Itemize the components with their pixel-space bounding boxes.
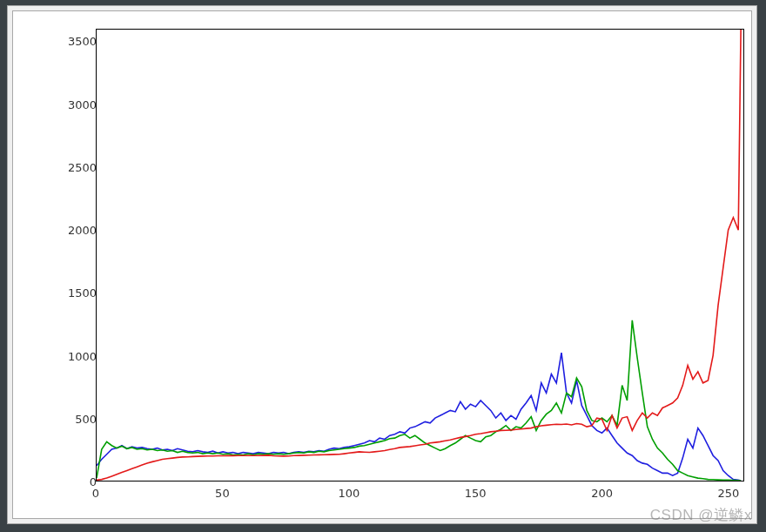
chart-lines xyxy=(97,30,743,481)
xtick-150: 150 xyxy=(465,487,487,500)
ytick-3500: 3500 xyxy=(44,35,97,48)
figure-canvas: 0 500 1000 1500 2000 2500 3000 3500 0 50… xyxy=(12,10,752,519)
window-frame: 0 500 1000 1500 2000 2500 3000 3500 0 50… xyxy=(7,5,757,524)
series-blue xyxy=(97,353,741,481)
ytick-3000: 3000 xyxy=(44,98,97,111)
ytick-2000: 2000 xyxy=(44,224,97,237)
xtick-250: 250 xyxy=(717,487,739,500)
ytick-2500: 2500 xyxy=(44,160,97,173)
ytick-500: 500 xyxy=(44,412,97,425)
xtick-0: 0 xyxy=(92,487,99,500)
plot-area xyxy=(96,29,744,481)
ytick-0: 0 xyxy=(44,475,97,488)
xtick-100: 100 xyxy=(338,487,359,500)
ytick-1500: 1500 xyxy=(44,286,97,300)
xtick-50: 50 xyxy=(215,487,230,500)
xtick-200: 200 xyxy=(591,487,613,500)
series-red xyxy=(97,30,741,480)
ytick-1000: 1000 xyxy=(44,349,97,362)
